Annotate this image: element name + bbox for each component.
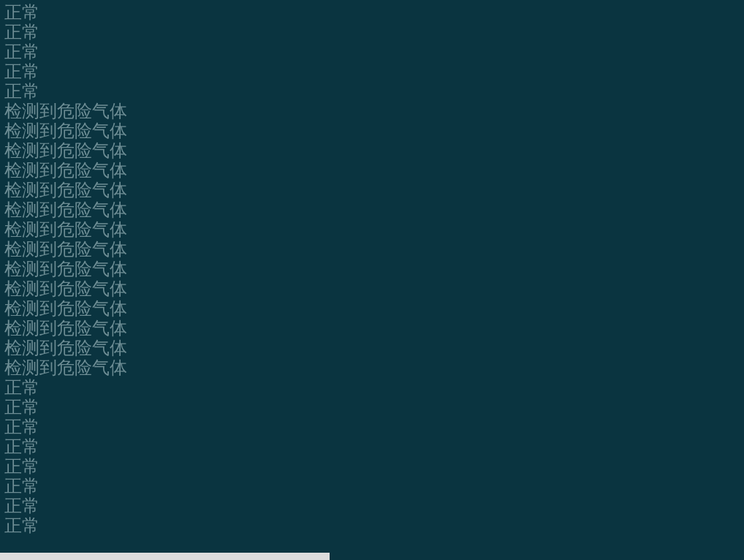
console-line: 检测到危险气体: [4, 220, 744, 240]
console-output: 正常正常正常正常正常检测到危险气体检测到危险气体检测到危险气体检测到危险气体检测…: [0, 0, 744, 553]
console-line: 检测到危险气体: [4, 200, 744, 220]
console-line: 正常: [4, 496, 744, 516]
console-line: 正常: [4, 437, 744, 457]
console-line: 正常: [4, 42, 744, 62]
console-line: 检测到危险气体: [4, 102, 744, 121]
console-line: 正常: [4, 417, 744, 437]
console-line: 正常: [4, 477, 744, 496]
console-line: 检测到危险气体: [4, 121, 744, 141]
console-line: 正常: [4, 378, 744, 398]
console-line: 正常: [4, 516, 744, 536]
console-line: 检测到危险气体: [4, 260, 744, 279]
console-line: 正常: [4, 62, 744, 82]
console-line: 检测到危险气体: [4, 181, 744, 200]
console-line: 检测到危险气体: [4, 319, 744, 338]
console-line: 检测到危险气体: [4, 161, 744, 181]
console-line: 正常: [4, 398, 744, 417]
console-line: 检测到危险气体: [4, 299, 744, 319]
bottom-bar: [0, 553, 330, 560]
console-line: 检测到危险气体: [4, 279, 744, 299]
console-line: 检测到危险气体: [4, 338, 744, 358]
console-line: 正常: [4, 23, 744, 42]
console-line: 正常: [4, 457, 744, 477]
console-line: 正常: [4, 82, 744, 102]
console-line: 检测到危险气体: [4, 358, 744, 378]
console-line: 正常: [4, 3, 744, 23]
console-line: 检测到危险气体: [4, 240, 744, 260]
console-line: 检测到危险气体: [4, 141, 744, 161]
